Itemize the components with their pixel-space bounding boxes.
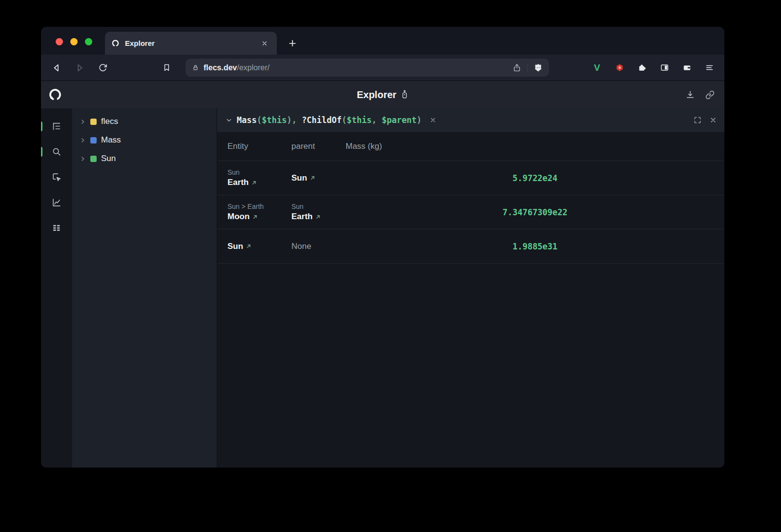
parent-cell: Sun	[291, 173, 346, 183]
stats-panel-button[interactable]	[48, 220, 65, 236]
open-entity-icon[interactable]	[252, 214, 258, 220]
parent-cell: Sun Earth	[291, 203, 346, 222]
hexagon-extension-icon[interactable]	[612, 61, 627, 75]
tab-title: Explorer	[125, 39, 253, 47]
share-icon[interactable]	[513, 63, 521, 72]
query-expression[interactable]: Mass($this), ?ChildOf($this, $parent)	[237, 115, 422, 125]
close-window-button[interactable]	[56, 38, 63, 45]
download-icon[interactable]	[682, 87, 698, 102]
sidebar-toggle-icon[interactable]	[657, 61, 672, 75]
flecs-logo[interactable]	[48, 87, 62, 102]
chevron-down-icon[interactable]	[225, 116, 233, 124]
query-token: )	[287, 115, 291, 125]
tab-strip: Explorer +	[41, 27, 724, 55]
entity-color-square	[90, 119, 97, 125]
active-indicator	[41, 147, 42, 157]
bookmark-icon[interactable]	[158, 59, 175, 77]
chevron-right-icon[interactable]	[80, 137, 86, 143]
entity-link[interactable]: Earth	[227, 178, 248, 187]
content-area: flecs Mass Sun Mass($this), ?ChildOf($th…	[41, 108, 724, 468]
query-token: $this	[347, 115, 371, 125]
browser-tab-explorer[interactable]: Explorer	[105, 32, 277, 55]
query-token: ?ChildOf	[302, 115, 342, 125]
entity-path: Sun > Earth	[227, 203, 291, 210]
chevron-right-icon[interactable]	[80, 156, 86, 162]
page-title: Explorer	[357, 89, 396, 101]
query-token: (	[257, 115, 262, 125]
back-button[interactable]	[48, 59, 65, 77]
url-host: flecs.dev	[204, 63, 237, 72]
query-token: $parent	[382, 115, 417, 125]
query-token: ,	[371, 115, 381, 125]
tree-panel-button[interactable]	[48, 118, 65, 135]
tab-favicon	[111, 39, 120, 47]
reload-button[interactable]	[94, 59, 111, 77]
fullscreen-icon[interactable]	[693, 116, 702, 124]
entity-tree-panel: flecs Mass Sun	[72, 108, 217, 468]
table-row: Sun Earth Sun 5.9722e24	[217, 161, 724, 195]
tree-item-mass[interactable]: Mass	[72, 131, 217, 149]
column-header-mass: Mass (kg)	[346, 142, 724, 151]
search-panel-button[interactable]	[48, 143, 65, 160]
wallet-icon[interactable]	[679, 61, 694, 75]
open-entity-icon[interactable]	[251, 180, 257, 185]
entity-link[interactable]: Sun	[227, 242, 243, 251]
explorer-header: Explorer	[41, 81, 724, 108]
menu-icon[interactable]	[702, 61, 717, 75]
chart-panel-button[interactable]	[48, 194, 65, 211]
mass-cell: 1.9885e31	[346, 242, 724, 251]
clear-query-icon[interactable]	[428, 115, 438, 125]
remote-icon	[401, 90, 409, 100]
extensions-puzzle-icon[interactable]	[635, 61, 649, 75]
url-text: flecs.dev/explorer/	[204, 63, 269, 72]
brave-shield-icon[interactable]	[534, 63, 543, 72]
results-table-body: Sun Earth Sun 5.9722e24 Sun > Earth	[217, 161, 724, 264]
active-indicator	[41, 122, 42, 131]
vue-devtools-icon[interactable]: V	[590, 61, 604, 75]
tree-item-label: Sun	[101, 154, 116, 164]
mass-cell: 7.34767309e22	[346, 207, 724, 217]
inspect-panel-button[interactable]	[48, 169, 65, 185]
query-token: Mass	[237, 115, 257, 125]
parent-link[interactable]: Sun	[291, 173, 307, 183]
tree-item-sun[interactable]: Sun	[72, 149, 217, 168]
minimize-window-button[interactable]	[70, 38, 78, 45]
open-entity-icon[interactable]	[246, 244, 251, 249]
parent-link: None	[291, 242, 311, 251]
entity-tree: flecs Mass Sun	[72, 112, 217, 168]
lock-icon	[192, 64, 199, 71]
traffic-lights	[56, 38, 92, 45]
chevron-right-icon[interactable]	[80, 119, 86, 125]
tab-close-icon[interactable]	[259, 38, 270, 49]
divider	[527, 63, 528, 73]
tree-item-flecs[interactable]: flecs	[72, 112, 217, 131]
query-token: $this	[262, 115, 287, 125]
table-row: Sun > Earth Moon Sun Earth 7.34767309e22	[217, 195, 724, 229]
mass-cell: 5.9722e24	[346, 173, 724, 183]
entity-link[interactable]: Moon	[227, 212, 249, 222]
entity-cell: Sun > Earth Moon	[227, 203, 291, 222]
query-token: (	[342, 115, 347, 125]
mass-value: 1.9885e31	[513, 242, 557, 251]
mass-value: 5.9722e24	[513, 173, 557, 183]
tree-item-label: Mass	[101, 135, 121, 145]
entity-cell: Sun	[227, 242, 291, 251]
maximize-window-button[interactable]	[85, 38, 92, 45]
query-token: ,	[292, 115, 302, 125]
parent-path: Sun	[291, 203, 346, 210]
link-icon[interactable]	[702, 87, 718, 102]
query-panel: Mass($this), ?ChildOf($this, $parent) En…	[217, 108, 724, 468]
open-entity-icon[interactable]	[310, 175, 315, 181]
parent-cell: None	[291, 242, 346, 251]
close-panel-icon[interactable]	[709, 116, 717, 124]
extension-cluster: V	[590, 61, 717, 75]
open-entity-icon[interactable]	[315, 214, 321, 220]
parent-link[interactable]: Earth	[291, 212, 312, 222]
forward-button[interactable]	[71, 59, 88, 77]
mass-value: 7.34767309e22	[502, 207, 567, 217]
url-bar[interactable]: flecs.dev/explorer/	[185, 59, 549, 77]
url-path: /explorer/	[237, 63, 269, 72]
new-tab-button[interactable]: +	[284, 33, 301, 53]
icon-rail	[41, 108, 72, 468]
tree-item-label: flecs	[101, 117, 118, 126]
